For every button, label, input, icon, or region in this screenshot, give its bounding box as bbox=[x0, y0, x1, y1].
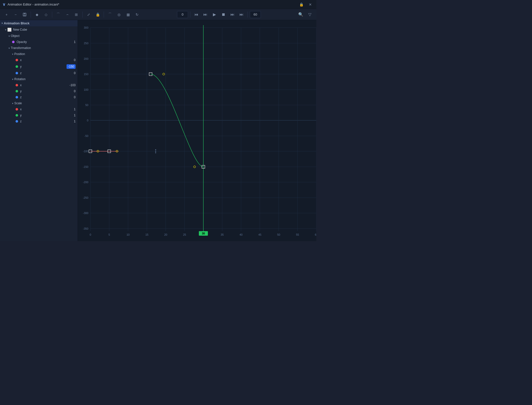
target-button[interactable]: ◎ bbox=[115, 11, 123, 19]
scale-x-value: 1 bbox=[67, 108, 76, 111]
opacity-item[interactable]: Opacity 1 bbox=[0, 39, 78, 45]
position-z-label: z bbox=[20, 71, 67, 75]
play-button[interactable]: ▶ bbox=[210, 11, 218, 19]
opacity-value: 1 bbox=[67, 40, 76, 44]
svg-text:100: 100 bbox=[84, 88, 88, 91]
rotation-label: Rotation bbox=[14, 77, 76, 81]
svg-text:50: 50 bbox=[277, 233, 280, 236]
new-cube-item[interactable]: ▾ ⬜ New Cube bbox=[0, 26, 78, 33]
svg-text:-200: -200 bbox=[83, 181, 88, 184]
position-item[interactable]: ▾ Position bbox=[0, 51, 78, 57]
position-z-value: 0 bbox=[67, 71, 76, 75]
svg-text:30: 30 bbox=[202, 232, 205, 235]
sep-5 bbox=[190, 12, 190, 18]
position-y-dot bbox=[16, 65, 18, 68]
svg-text:40: 40 bbox=[240, 233, 243, 236]
refresh-button[interactable]: ↻ bbox=[133, 11, 141, 19]
scale-x-dot bbox=[16, 108, 18, 111]
title-bar-left: ∨ Animation Editor - animation.incani* bbox=[3, 2, 59, 7]
diamond-button[interactable]: ◆ bbox=[33, 11, 41, 19]
position-y-item[interactable]: y -150 bbox=[0, 63, 78, 70]
svg-rect-3 bbox=[78, 20, 316, 241]
svg-text:35: 35 bbox=[221, 233, 224, 236]
rotation-y-item[interactable]: y 0 bbox=[0, 88, 78, 94]
svg-text:200: 200 bbox=[84, 57, 88, 60]
rotation-z-dot bbox=[16, 96, 18, 98]
keyframe-button[interactable]: ▦ bbox=[124, 11, 132, 19]
animation-block-item[interactable]: ▾ Animation Block bbox=[0, 20, 78, 26]
sep-2 bbox=[52, 12, 52, 18]
transformation-item[interactable]: ▾ Transformation bbox=[0, 45, 78, 51]
svg-rect-1 bbox=[24, 13, 25, 14]
position-x-item[interactable]: x 0 bbox=[0, 57, 78, 63]
svg-rect-2 bbox=[24, 15, 26, 16]
cube-icon: ⬜ bbox=[7, 28, 12, 32]
remove-button[interactable]: − bbox=[12, 11, 20, 19]
title-bar: ∨ Animation Editor - animation.incani* 🔒… bbox=[0, 0, 316, 9]
position-z-item[interactable]: z 0 bbox=[0, 70, 78, 76]
svg-text:300: 300 bbox=[84, 26, 88, 29]
scale-x-label: x bbox=[20, 108, 67, 111]
scale-z-item[interactable]: z 1 bbox=[0, 118, 78, 124]
graph-canvas: 300 250 200 150 100 50 0 -50 -100 -150 -… bbox=[78, 20, 316, 241]
scale-y-label: y bbox=[20, 114, 67, 117]
svg-text:60: 60 bbox=[315, 233, 316, 236]
save-button[interactable] bbox=[21, 11, 29, 19]
scale-z-dot bbox=[16, 120, 18, 123]
skip-end-button[interactable]: ⏭ bbox=[238, 11, 246, 19]
svg-point-72 bbox=[155, 152, 156, 153]
svg-text:10: 10 bbox=[127, 233, 130, 236]
chevron-object: ▾ bbox=[9, 35, 10, 37]
chevron-position: ▾ bbox=[12, 53, 13, 56]
search-button[interactable]: 🔍 bbox=[297, 11, 305, 19]
graph-area[interactable]: 300 250 200 150 100 50 0 -50 -100 -150 -… bbox=[78, 20, 316, 241]
ease-out-button[interactable]: ⌢ bbox=[63, 11, 71, 19]
rotation-x-item[interactable]: x -103 bbox=[0, 82, 78, 88]
next-frame-button[interactable]: ⏭ bbox=[228, 11, 237, 19]
scale-x-item[interactable]: x 1 bbox=[0, 106, 78, 112]
add-button[interactable]: + bbox=[3, 11, 11, 19]
svg-text:20: 20 bbox=[164, 233, 167, 236]
diamond-out-button[interactable]: ◇ bbox=[42, 11, 50, 19]
rotation-item[interactable]: ▾ Rotation bbox=[0, 76, 78, 82]
scale-y-item[interactable]: y 1 bbox=[0, 112, 78, 118]
toolbar: + − ◆ ◇ ⌒ ⌢ ⊞ ⤢ 🔒 ⌒ ◎ ▦ ↻ ⏮ ⏭ ▶ ⏹ ⏭ ⏭ 🔍 … bbox=[0, 9, 316, 20]
ease-in-button[interactable]: ⌒ bbox=[54, 11, 62, 19]
app-logo: ∨ bbox=[3, 2, 6, 7]
svg-text:15: 15 bbox=[145, 233, 148, 236]
sep-3 bbox=[82, 12, 83, 18]
scale-y-value: 1 bbox=[67, 114, 76, 117]
svg-text:-250: -250 bbox=[83, 196, 88, 199]
close-window-button[interactable]: ✕ bbox=[307, 1, 314, 8]
svg-point-71 bbox=[155, 151, 156, 152]
current-frame-input[interactable] bbox=[177, 11, 188, 18]
sep-4 bbox=[104, 12, 104, 18]
filter-button[interactable]: ▽ bbox=[306, 11, 314, 19]
chevron-transformation: ▾ bbox=[9, 47, 10, 49]
position-y-label: y bbox=[20, 65, 67, 68]
expand-button[interactable]: ⤢ bbox=[85, 11, 93, 19]
rotation-z-item[interactable]: z 0 bbox=[0, 94, 78, 100]
lock-button[interactable]: 🔒 bbox=[94, 11, 102, 19]
svg-text:55: 55 bbox=[296, 233, 299, 236]
object-item[interactable]: ▾ Object bbox=[0, 33, 78, 39]
end-frame-input[interactable] bbox=[250, 11, 261, 18]
rotation-x-value: -103 bbox=[67, 83, 76, 87]
chevron-animation-block: ▾ bbox=[2, 22, 3, 25]
chevron-new-cube: ▾ bbox=[5, 28, 6, 31]
wave-button[interactable]: ⌒ bbox=[106, 11, 114, 19]
sidebar: ▾ Animation Block ▾ ⬜ New Cube ▾ Object … bbox=[0, 20, 78, 241]
scale-item[interactable]: ▾ Scale bbox=[0, 100, 78, 106]
chevron-scale: ▾ bbox=[12, 102, 13, 105]
svg-text:25: 25 bbox=[183, 233, 186, 236]
skip-start-button[interactable]: ⏮ bbox=[192, 11, 200, 19]
title-bar-right: 🔒 ✕ bbox=[298, 1, 314, 8]
scale-z-label: z bbox=[20, 120, 67, 123]
rotation-x-label: x bbox=[20, 83, 67, 87]
rotation-z-value: 0 bbox=[67, 95, 76, 99]
stop-button[interactable]: ⏹ bbox=[219, 11, 227, 19]
svg-text:-150: -150 bbox=[83, 165, 88, 168]
steps-button[interactable]: ⊞ bbox=[72, 11, 80, 19]
lock-window-button[interactable]: 🔒 bbox=[298, 1, 305, 8]
prev-frame-button[interactable]: ⏭ bbox=[201, 11, 209, 19]
